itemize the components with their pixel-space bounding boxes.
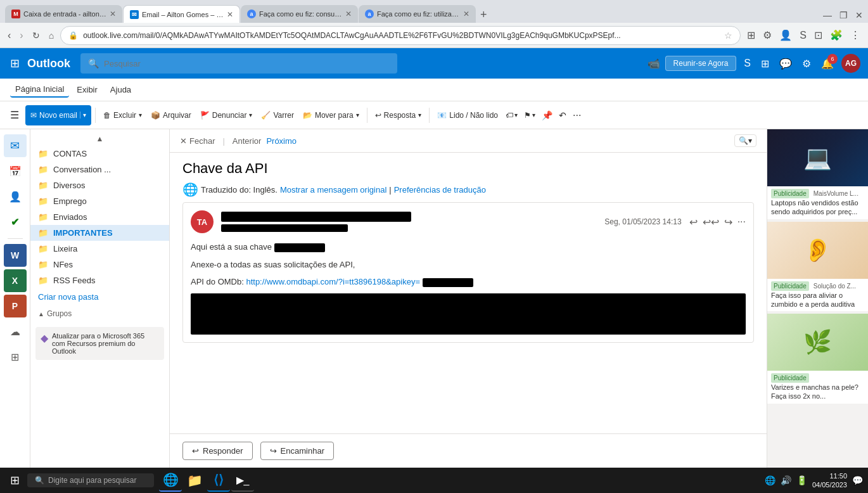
- categories-dropdown[interactable]: ▾: [514, 112, 518, 118]
- sidebar-icon-people[interactable]: 👤: [4, 185, 27, 208]
- folder-item-importantes[interactable]: 📁 IMPORTANTES: [30, 225, 169, 241]
- apps-grid-icon[interactable]: ⊞: [8, 54, 22, 73]
- tab-close-outlook[interactable]: ✕: [227, 10, 233, 19]
- folder-item-diversos[interactable]: 📁 Diversos: [30, 177, 169, 193]
- pin-button[interactable]: 📌: [539, 105, 555, 125]
- folder-item-contas[interactable]: 📁 CONTAS: [30, 146, 169, 162]
- start-button[interactable]: ⊞: [5, 471, 25, 490]
- forward-action-button[interactable]: ↪: [724, 216, 732, 228]
- mover-para-button[interactable]: 📂 Mover para ▾: [299, 105, 363, 125]
- tab-close-gmail[interactable]: ✕: [110, 10, 116, 18]
- grid-topbar-icon[interactable]: ⊞: [758, 55, 772, 72]
- more-toolbar-button[interactable]: ···: [570, 105, 584, 125]
- back-button[interactable]: ‹: [5, 27, 13, 44]
- tab-article2[interactable]: a Faça como eu fiz: utilizando a bi... ✕: [359, 5, 476, 23]
- sidebar-icon-word[interactable]: W: [4, 244, 27, 267]
- zoom-button[interactable]: 🔍▾: [734, 134, 756, 147]
- create-folder-link[interactable]: Criar nova pasta: [30, 288, 169, 305]
- reply-action-button[interactable]: ↩: [689, 216, 698, 228]
- video-icon[interactable]: 📹: [648, 58, 660, 70]
- tab-gmail[interactable]: M Caixa de entrada - ailtonjr1991@ ✕: [5, 5, 122, 23]
- tab-outlook[interactable]: ✉ Email – Ailton Gomes – Outlook ✕: [123, 5, 240, 23]
- novo-email-button[interactable]: ✉ Novo email ▾: [25, 105, 91, 125]
- extension-icon-3[interactable]: ⊡: [812, 27, 825, 44]
- omdb-link[interactable]: http://www.omdbapi.com/?i=tt3896198&apik…: [246, 277, 420, 286]
- denunciar-button[interactable]: 🚩 Denunciar ▾: [196, 105, 257, 125]
- tab-close-article2[interactable]: ✕: [463, 10, 469, 18]
- menu-item-exibir[interactable]: Exibir: [72, 82, 103, 97]
- new-tab-button[interactable]: +: [476, 8, 491, 22]
- tab-close-article1[interactable]: ✕: [345, 10, 352, 18]
- star-icon[interactable]: ☆: [724, 30, 732, 41]
- mover-dropdown[interactable]: ▾: [356, 112, 359, 118]
- address-bar[interactable]: 🔒 outlook.live.com/mail/0/AQMkADAwATYwMA…: [60, 26, 741, 45]
- sidebar-icon-powerpoint[interactable]: P: [4, 295, 27, 317]
- reply-all-action-button[interactable]: ↩↩: [703, 216, 719, 228]
- notification-icon-wrap[interactable]: 🔔 6: [819, 55, 836, 72]
- forward-button[interactable]: ›: [17, 27, 25, 44]
- close-window-icon[interactable]: ✕: [855, 10, 863, 20]
- sidebar-icon-onedrive[interactable]: ☁: [4, 320, 27, 343]
- hamburger-button[interactable]: ☰: [5, 106, 24, 124]
- search-input[interactable]: [104, 59, 390, 68]
- more-actions-button[interactable]: ···: [737, 216, 746, 227]
- categories-button[interactable]: 🏷 ▾: [503, 105, 520, 125]
- folder-item-lixeira[interactable]: 📁 Lixeira: [30, 241, 169, 257]
- skype-topbar-icon[interactable]: S: [741, 55, 753, 72]
- sidebar-icon-excel[interactable]: X: [4, 269, 27, 292]
- avatar[interactable]: AG: [841, 54, 860, 73]
- close-email-button[interactable]: ✕ Fechar: [180, 136, 215, 146]
- taskbar-search[interactable]: 🔍 Digite aqui para pesquisar: [27, 473, 154, 487]
- taskbar-app-explorer[interactable]: 📁: [183, 469, 206, 492]
- folder-item-enviados[interactable]: 📁 Enviados: [30, 209, 169, 225]
- folder-item-conversation[interactable]: 📁 Conversation ...: [30, 162, 169, 177]
- sidebar-icon-calendar[interactable]: 📅: [4, 160, 27, 182]
- next-email-button[interactable]: Próximo: [266, 136, 297, 146]
- home-button[interactable]: ⌂: [46, 28, 56, 43]
- folder-item-emprego[interactable]: 📁 Emprego: [30, 193, 169, 209]
- folder-item-rss[interactable]: 📁 RSS Feeds: [30, 272, 169, 288]
- maximize-icon[interactable]: ❐: [839, 10, 848, 20]
- sidebar-icon-grid[interactable]: ⊞: [4, 345, 27, 368]
- arquivar-button[interactable]: 📦 Arquivar: [147, 105, 195, 125]
- excluir-button[interactable]: 🗑 Excluir ▾: [99, 105, 146, 125]
- menu-item-inicio[interactable]: Página Inicial: [10, 82, 69, 98]
- show-original-link[interactable]: Mostrar a mensagem original: [280, 185, 386, 195]
- undo-button[interactable]: ↶: [556, 105, 569, 125]
- reply-footer-button[interactable]: ↩ Responder: [182, 442, 253, 460]
- extension-icon-2[interactable]: ⚙: [760, 27, 774, 44]
- settings-topbar-icon[interactable]: ⚙: [800, 55, 814, 72]
- denunciar-dropdown[interactable]: ▾: [249, 112, 252, 118]
- scroll-up[interactable]: ▲: [30, 132, 169, 146]
- taskbar-time[interactable]: 11:50 04/05/2023: [812, 471, 847, 490]
- resposta-button[interactable]: ↩ Resposta ▾: [371, 105, 426, 125]
- feedback-icon[interactable]: 💬: [777, 55, 795, 72]
- tab-article1[interactable]: a Faça como eu fiz: consumindo a... ✕: [241, 5, 358, 23]
- excluir-dropdown[interactable]: ▾: [139, 112, 142, 118]
- skype-icon[interactable]: S: [797, 27, 809, 44]
- translation-prefs-link[interactable]: Preferências de tradução: [394, 185, 486, 195]
- taskbar-app-chrome[interactable]: 🌐: [159, 469, 182, 492]
- search-bar[interactable]: 🔍: [80, 53, 397, 74]
- forward-footer-button[interactable]: ↪ Encaminhar: [260, 442, 334, 460]
- grupos-section[interactable]: ▲ Grupos: [30, 305, 169, 322]
- lido-nao-lido-button[interactable]: 📧 Lido / Não lido: [433, 105, 502, 125]
- taskbar-volume-icon[interactable]: 🔊: [781, 475, 791, 485]
- folder-item-nfes[interactable]: 📁 NFes: [30, 257, 169, 272]
- varrer-button[interactable]: 🧹 Varrer: [257, 105, 297, 125]
- prev-email-button[interactable]: Anterior: [233, 136, 262, 146]
- minimize-icon[interactable]: —: [823, 10, 832, 20]
- flag-dropdown[interactable]: ▾: [532, 112, 535, 118]
- reunir-button[interactable]: Reunir-se Agora: [665, 56, 737, 71]
- puzzle-icon[interactable]: 🧩: [827, 27, 845, 44]
- settings-icon[interactable]: ⋮: [848, 27, 863, 44]
- taskbar-app-vscode[interactable]: ⟨⟩: [207, 469, 230, 492]
- resposta-dropdown[interactable]: ▾: [418, 112, 421, 118]
- taskbar-network-icon[interactable]: 🌐: [765, 475, 775, 485]
- upgrade-banner[interactable]: ◆ Atualizar para o Microsoft 365 com Rec…: [35, 327, 164, 360]
- sidebar-icon-tasks[interactable]: ✔: [4, 210, 27, 233]
- taskbar-notification-icon[interactable]: 💬: [852, 475, 863, 485]
- taskbar-app-terminal[interactable]: ▶_: [231, 469, 254, 492]
- flag-toolbar-button[interactable]: ⚑ ▾: [521, 105, 538, 125]
- novo-email-dropdown[interactable]: ▾: [80, 112, 86, 118]
